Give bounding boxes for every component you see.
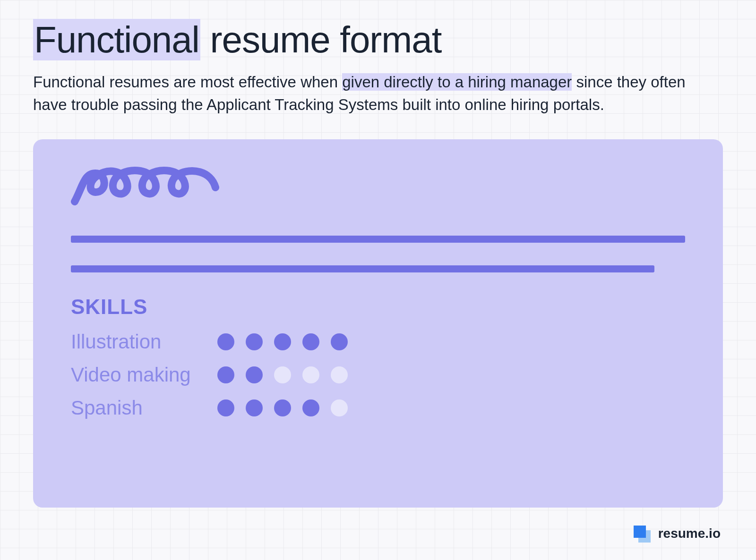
dot-filled bbox=[217, 366, 234, 383]
squiggle-decoration bbox=[71, 163, 685, 217]
dot-filled bbox=[274, 333, 291, 350]
skills-section: SKILLS IllustrationVideo makingSpanish bbox=[71, 295, 685, 419]
dot-filled bbox=[246, 366, 263, 383]
dot-filled bbox=[217, 399, 234, 416]
footer-brand-text: resume.io bbox=[658, 526, 721, 541]
dot-filled bbox=[302, 333, 319, 350]
page-title: Functional resume format bbox=[33, 19, 723, 61]
skill-label: Spanish bbox=[71, 397, 217, 419]
skill-row: Illustration bbox=[71, 331, 685, 353]
desc-before: Functional resumes are most effective wh… bbox=[33, 73, 342, 91]
skill-dots bbox=[217, 366, 348, 383]
dot-filled bbox=[217, 333, 234, 350]
dot-empty bbox=[331, 366, 348, 383]
skill-label: Video making bbox=[71, 364, 217, 386]
dot-filled bbox=[274, 399, 291, 416]
resume-io-logo-icon bbox=[632, 524, 652, 543]
skill-label: Illustration bbox=[71, 331, 217, 353]
resume-preview-card: SKILLS IllustrationVideo makingSpanish bbox=[33, 139, 723, 508]
title-highlight: Functional bbox=[33, 19, 200, 60]
footer-brand: resume.io bbox=[632, 524, 721, 543]
dot-filled bbox=[246, 399, 263, 416]
dot-empty bbox=[274, 366, 291, 383]
svg-rect-2 bbox=[638, 530, 646, 538]
dot-filled bbox=[331, 333, 348, 350]
dot-filled bbox=[302, 399, 319, 416]
description-text: Functional resumes are most effective wh… bbox=[33, 71, 713, 116]
placeholder-line-1 bbox=[71, 236, 685, 243]
skill-row: Spanish bbox=[71, 397, 685, 419]
skill-dots bbox=[217, 399, 348, 416]
skills-heading: SKILLS bbox=[71, 295, 685, 319]
dot-empty bbox=[331, 399, 348, 416]
title-rest: resume format bbox=[200, 19, 441, 60]
header-section: Functional resume format Functional resu… bbox=[0, 0, 756, 116]
skill-row: Video making bbox=[71, 364, 685, 386]
placeholder-line-2 bbox=[71, 265, 654, 272]
dot-empty bbox=[302, 366, 319, 383]
dot-filled bbox=[246, 333, 263, 350]
squiggle-icon bbox=[71, 163, 222, 215]
desc-highlight: given directly to a hiring manager bbox=[342, 73, 572, 91]
skill-dots bbox=[217, 333, 348, 350]
